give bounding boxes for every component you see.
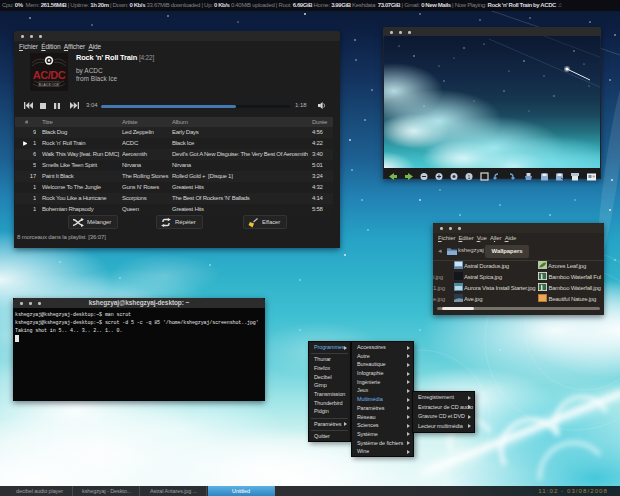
svg-text:BLACK ICE: BLACK ICE <box>39 83 59 87</box>
svg-text:AC/DC: AC/DC <box>33 69 66 81</box>
